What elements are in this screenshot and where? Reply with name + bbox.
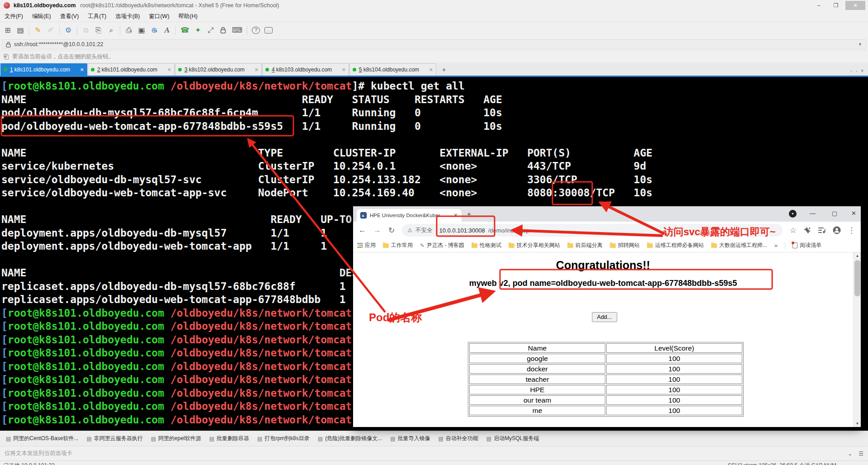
bookmark-folder[interactable]: 招聘网站 bbox=[610, 242, 640, 249]
forward-icon[interactable]: → bbox=[373, 226, 381, 235]
browser-maximize-button[interactable]: ▢ bbox=[832, 210, 837, 217]
browser-close-button[interactable]: ✕ bbox=[851, 210, 856, 217]
tab-list-icon[interactable]: ▾ bbox=[861, 68, 863, 74]
lock-icon[interactable] bbox=[219, 27, 227, 34]
menu-tabs[interactable]: 选项卡(B) bbox=[115, 13, 140, 20]
tab-close-icon[interactable]: ✕ bbox=[80, 67, 84, 73]
ssh-address-field[interactable]: ssh://root:***********@10.0.0.101:22 ▼ bbox=[2, 39, 866, 49]
tab-close-icon[interactable]: ✕ bbox=[167, 67, 171, 73]
tab-close-icon[interactable]: ✕ bbox=[342, 67, 346, 73]
bookmarks-bar: 应用 工作常用 ✎尹正杰 - 博客园 性格测试 技术分享相关网站 前后端分离 招… bbox=[353, 239, 861, 252]
tab-close-icon[interactable]: ✕ bbox=[453, 212, 458, 218]
fullscreen-icon[interactable]: ⤢ bbox=[207, 27, 215, 34]
menu-file[interactable]: 文件(F) bbox=[5, 13, 23, 20]
add-button[interactable]: Add... bbox=[592, 312, 617, 322]
menu-edit[interactable]: 编辑(E) bbox=[32, 13, 51, 20]
address-dropdown-icon[interactable]: ▼ bbox=[858, 42, 862, 47]
send-text-input[interactable]: 仅将文本发送到当前选项卡 bbox=[5, 450, 848, 457]
send-menu-icon[interactable]: ☰ bbox=[859, 451, 863, 457]
bookmark-star-icon[interactable]: ☆ bbox=[790, 226, 797, 235]
session-tab-3[interactable]: 3k8s102.oldboyedu.com ✕ bbox=[175, 63, 262, 76]
keyboard-icon[interactable]: ⌨ bbox=[232, 27, 242, 34]
toolbar-separator bbox=[59, 26, 60, 35]
menu-view[interactable]: 查看(V) bbox=[60, 13, 79, 20]
script-icon: ▤ bbox=[318, 436, 323, 442]
font-icon[interactable]: A▾ bbox=[163, 27, 171, 34]
menu-tools[interactable]: 工具(T) bbox=[88, 13, 106, 20]
back-icon[interactable]: ← bbox=[359, 226, 366, 235]
properties-icon[interactable]: ⚙ bbox=[64, 27, 72, 34]
capture-icon[interactable]: ▣▾ bbox=[137, 27, 146, 34]
leaf-icon[interactable]: ✦ bbox=[194, 27, 202, 34]
quick-button[interactable]: ▤阿里的epel软件源 bbox=[148, 433, 204, 444]
phone-icon[interactable]: ☎ bbox=[180, 27, 189, 34]
bookmark-folder[interactable]: 技术分享相关网站 bbox=[509, 242, 560, 249]
browser-new-tab-button[interactable]: + bbox=[467, 210, 471, 218]
bookmark-folder[interactable]: 前后端分离 bbox=[567, 242, 603, 249]
bookmark-folder[interactable]: 工作常用 bbox=[383, 242, 413, 249]
session-tab-5[interactable]: 5k8s104.oldboyedu.com ✕ bbox=[349, 63, 436, 76]
quick-button[interactable]: ▤批量删除容器 bbox=[206, 433, 252, 444]
print-icon[interactable]: ⎙▾ bbox=[125, 27, 133, 34]
tab-scroll-left-icon[interactable]: ‹ bbox=[850, 68, 852, 74]
quick-button[interactable]: ▤打包rpm到k8s目录 bbox=[254, 433, 313, 444]
tab-search-media-icon[interactable] bbox=[818, 227, 826, 234]
send-dropdown-icon[interactable]: ⌄ bbox=[848, 451, 852, 457]
web-icon[interactable]: ⊕▾ bbox=[150, 27, 158, 34]
bookmarks-overflow-button[interactable]: » bbox=[774, 242, 778, 249]
table-row: docker100 bbox=[469, 364, 742, 374]
reload-icon[interactable]: ↻ bbox=[388, 226, 395, 235]
session-tab-2[interactable]: 2k8s101.oldboyedu.com ✕ bbox=[88, 63, 175, 76]
tab-scroll-right-icon[interactable]: › bbox=[856, 68, 858, 74]
table-row: our team100 bbox=[469, 395, 742, 405]
bookmark-blog[interactable]: ✎尹正杰 - 博客园 bbox=[420, 242, 464, 249]
not-secure-label: 不安全 bbox=[415, 227, 433, 234]
add-session-icon[interactable]: ⎗ bbox=[4, 53, 9, 61]
new-tab-button[interactable]: + bbox=[439, 64, 449, 75]
status-connected: 已连接 10.0.0.101:22 bbox=[4, 461, 55, 465]
scrollbar-thumb[interactable] bbox=[854, 260, 860, 296]
browser-menu-icon[interactable]: ⋮ bbox=[848, 226, 855, 235]
profile-avatar[interactable] bbox=[833, 226, 841, 234]
quick-button[interactable]: ▤自动补全功能 bbox=[435, 433, 481, 444]
session-tab-4[interactable]: 4k8s103.oldboyedu.com ✕ bbox=[262, 63, 349, 76]
quick-button[interactable]: ▤非阿里云服务器执行 bbox=[83, 433, 146, 444]
xshell-minimize-button[interactable]: – bbox=[811, 1, 826, 10]
connected-dot-icon bbox=[178, 68, 182, 71]
reading-list-icon bbox=[793, 242, 797, 248]
help-icon[interactable]: ? bbox=[252, 27, 260, 34]
menu-window[interactable]: 窗口(W) bbox=[149, 13, 169, 20]
media-indicator-icon[interactable]: ▼ bbox=[789, 210, 797, 218]
page-scrollbar[interactable]: ▲ ▼ bbox=[853, 252, 861, 427]
find-icon[interactable]: ⌕ bbox=[107, 27, 115, 34]
connected-dot-icon bbox=[353, 68, 356, 71]
open-sessions-icon[interactable]: ▤▾ bbox=[16, 27, 24, 34]
scroll-down-icon[interactable]: ▼ bbox=[854, 420, 861, 427]
session-tab-1[interactable]: 1k8s101.oldboyedu.com ✕ bbox=[0, 63, 87, 76]
browser-tab[interactable]: HPE University Docker&Kuber ✕ bbox=[357, 209, 462, 222]
quick-button[interactable]: ▤批量导入镜像 bbox=[387, 433, 433, 444]
xshell-restore-button[interactable]: ❐ bbox=[828, 1, 844, 10]
extensions-icon[interactable] bbox=[803, 227, 811, 234]
bookmark-folder[interactable]: 大数据运维工程师... bbox=[711, 242, 767, 249]
tab-close-icon[interactable]: ✕ bbox=[255, 67, 259, 73]
tab-close-icon[interactable]: ✕ bbox=[429, 67, 433, 73]
scroll-up-icon[interactable]: ▲ bbox=[854, 252, 861, 259]
bookmark-folder[interactable]: 性格测试 bbox=[472, 242, 501, 249]
page-title: Congratulations!! bbox=[353, 259, 853, 272]
quick-button[interactable]: ▤启动MySQL服务端 bbox=[483, 433, 542, 444]
connect-icon[interactable]: ✎ bbox=[34, 27, 42, 34]
reading-list-button[interactable]: 阅读清单 bbox=[793, 242, 821, 249]
paste-icon[interactable]: ⎘ bbox=[94, 27, 103, 34]
xshell-close-button[interactable]: ✕ bbox=[845, 1, 865, 10]
apps-shortcut[interactable]: 应用 bbox=[358, 242, 376, 249]
new-session-icon[interactable]: ⊞ bbox=[4, 27, 12, 34]
feedback-icon[interactable]: … bbox=[264, 27, 273, 33]
toolbar-separator bbox=[77, 26, 77, 35]
quick-button[interactable]: ▤(危险)批量删除镜像文... bbox=[315, 433, 385, 444]
browser-minimize-button[interactable]: — bbox=[810, 210, 816, 217]
menu-help[interactable]: 帮助(H) bbox=[179, 13, 198, 20]
quick-button[interactable]: ▤阿里的CentOS-Base软件... bbox=[3, 433, 81, 444]
bookmark-folder[interactable]: 运维工程师必备网站 bbox=[647, 242, 704, 249]
address-bar[interactable]: ⚠ 不安全 10.0.0.101:30008 /demo/index.jsp bbox=[402, 224, 783, 237]
